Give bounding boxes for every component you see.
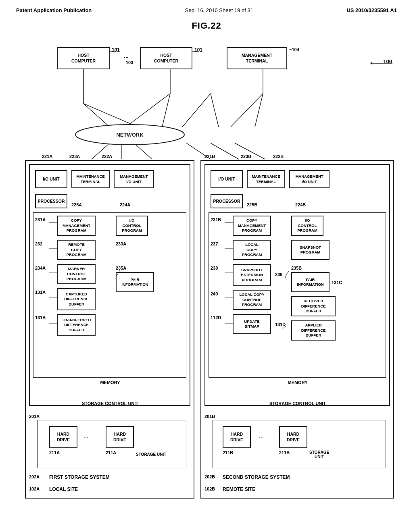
copy-mgmt-a: COPY MANAGEMENT PROGRAM (57, 216, 96, 236)
marker-control-a: MARKER CONTROL PROGRAM (57, 264, 96, 284)
label-211a-1: 211A (49, 450, 60, 455)
label-112d: 112D (211, 315, 221, 320)
label-235b: 235B (291, 266, 302, 271)
label-240: 240 (211, 291, 218, 297)
fig-title: FIG.22 (0, 21, 413, 31)
label-131b: 131B (35, 315, 46, 320)
second-storage-label: SECOND STORAGE SYSTEM (223, 474, 290, 480)
label-221b: 221B (204, 154, 215, 159)
memory-label-a: MEMORY (30, 380, 190, 385)
label-221a: 221A (42, 154, 52, 159)
label-225b: 225B (247, 202, 257, 208)
management-io-b: MANAGEMENT I/O UNIT (289, 170, 330, 188)
storage-control-label-a: STORAGE CONTROL UNIT (30, 401, 190, 406)
first-storage-label: FIRST STORAGE SYSTEM (49, 474, 110, 480)
processor-a: PROCESSOR (35, 194, 67, 208)
local-site-label: LOCAL SITE (49, 486, 78, 492)
io-control-b: I/O CONTROL PROGRAM (291, 216, 323, 236)
network-ellipse: NETWORK (73, 124, 186, 146)
maintenance-terminal-b: MAINTENANCE TERMINAL (247, 170, 285, 188)
label-233a: 233A (116, 241, 126, 247)
io-control-a: I/O CONTROL PROGRAM (116, 216, 148, 236)
management-terminal: MANAGEMENT TERMINAL (227, 47, 287, 69)
label-239: 239 (275, 272, 282, 277)
snapshot-ext: SNAPSHOT EXTENSION PROGRAM (233, 264, 271, 286)
memory-label-b: MEMORY (205, 380, 390, 385)
hard-drive-a2: HARD DRIVE (106, 426, 134, 448)
host-computer-right: HOST COMPUTER (140, 47, 192, 69)
local-copy: LOCAL COPY PROGRAM (233, 240, 271, 260)
io-unit-b: I/O UNIT (211, 170, 243, 188)
hard-drive-b2: HARD DRIVE (279, 426, 307, 448)
remote-copy: REMOTE COPY PROGRAM (57, 240, 96, 260)
header: Patent Application Publication Sep. 16, … (0, 0, 413, 13)
svg-line-6 (162, 94, 170, 127)
storage-unit-b-label: STORAGE UNIT (309, 450, 329, 459)
svg-marker-18 (370, 62, 372, 65)
label-224a: 224A (120, 202, 130, 208)
label-211b-1: 211B (223, 450, 233, 455)
label-104: ~104 (289, 47, 299, 52)
header-center: Sep. 16, 2010 Sheet 19 of 31 (185, 7, 253, 13)
received-diff: RECEIVED DIFFERENCE BUFFER (291, 296, 336, 316)
label-225a: 225A (71, 202, 82, 208)
svg-line-8 (211, 94, 219, 127)
svg-line-5 (126, 94, 170, 127)
label-211b-2: 211B (279, 450, 290, 455)
management-io-a: MANAGEMENT I/O UNIT (114, 170, 154, 188)
pair-info-b: PAIR INFORMATION (291, 272, 330, 292)
applied-diff: APPLIED DIFFERENCE BUFFER (291, 320, 336, 341)
label-131c: 131C (332, 280, 342, 285)
processor-b: PROCESSOR (211, 194, 243, 208)
label-223b: 223B (241, 154, 251, 159)
label-234a: 234A (35, 266, 46, 271)
host-computer-left: HOST COMPUTER (57, 47, 110, 69)
hard-drive-a1: HARD DRIVE (49, 426, 77, 448)
label-201a: 201A (29, 414, 40, 419)
label-231b: 231B (211, 217, 221, 222)
label-202a: 202A (29, 474, 40, 480)
svg-line-9 (231, 94, 263, 127)
io-unit-a: I/O UNIT (35, 170, 67, 188)
label-201b: 201B (204, 414, 215, 419)
svg-line-7 (182, 94, 211, 127)
label-131a: 131A (35, 290, 46, 295)
remote-site-label: REMOTE SITE (223, 486, 255, 492)
dots-a: ··· (83, 434, 88, 441)
label-202b: 202B (204, 474, 215, 480)
snapshot-prog: SNAPSHOT PROGRAM (291, 240, 330, 260)
arrow-100 (370, 59, 394, 67)
copy-mgmt-b: COPY MANAGEMENT PROGRAM (233, 216, 271, 236)
dots-b: ··· (259, 434, 264, 441)
header-left: Patent Application Publication (16, 7, 92, 13)
update-bitmap: UPDATE BITMAP (233, 314, 271, 334)
transferred-diff: TRANSFERRED DIFFERENCE BUFFER (57, 314, 96, 336)
svg-line-10 (255, 94, 263, 127)
label-103: 103 (126, 60, 133, 65)
captured-diff: CAPTURED DIFFERENCE BUFFER (57, 288, 96, 310)
memory-a-box (33, 212, 186, 378)
label-237: 237 (211, 241, 218, 247)
label-232: 232 (35, 241, 42, 247)
storage-unit-a-label: STORAGE UNIT (136, 452, 166, 457)
label-131d: 131D (275, 322, 286, 327)
pair-info-a: PAIR INFORMATION (116, 272, 154, 292)
label-224b: 224B (295, 202, 306, 208)
header-right: US 2010/0235591 A1 (346, 7, 397, 13)
diagram: 100 HOST COMPUTER 101 ··· 103 HOST COMPU… (13, 35, 400, 519)
storage-control-label-b: STORAGE CONTROL UNIT (205, 401, 390, 406)
maintenance-terminal-a: MAINTENANCE TERMINAL (71, 170, 110, 188)
label-223a: 223A (69, 154, 80, 159)
local-copy-ctrl: LOCAL COPY CONTROL PROGRAM (233, 290, 271, 310)
page: Patent Application Publication Sep. 16, … (0, 0, 413, 532)
label-238: 238 (211, 266, 218, 271)
label-211a-2: 211A (106, 450, 116, 455)
label-102b: 102B (204, 486, 215, 492)
label-222a: 222A (102, 154, 112, 159)
svg-text:NETWORK: NETWORK (116, 132, 144, 138)
hard-drive-b1: HARD DRIVE (223, 426, 251, 448)
label-222b: 222B (273, 154, 284, 159)
label-231a: 231A (35, 217, 46, 222)
label-102a: 102A (29, 486, 40, 492)
label-235a: 235A (116, 266, 126, 271)
